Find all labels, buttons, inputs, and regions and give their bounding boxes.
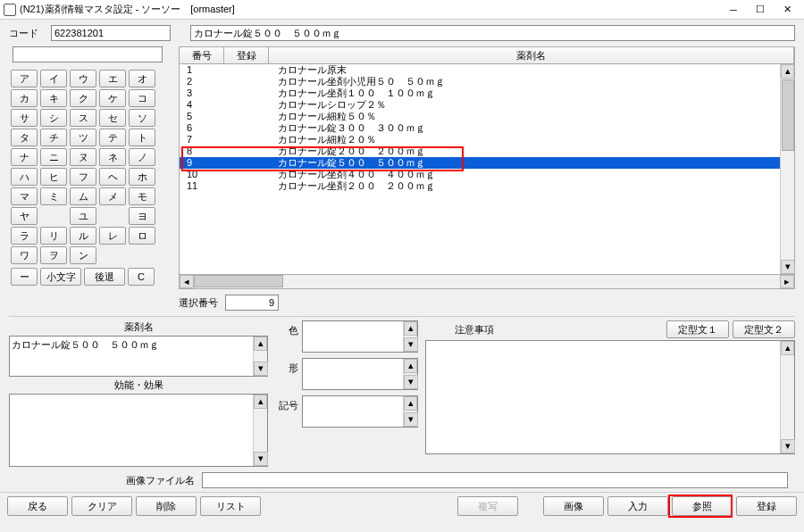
copy-button[interactable]: 複写 — [457, 496, 518, 516]
kana-ワ[interactable]: ワ — [11, 246, 38, 264]
list-row[interactable]: 8カロナール錠２００ ２００ｍｇ — [180, 145, 794, 157]
back-button[interactable]: 戻る — [7, 496, 68, 516]
minimize-button[interactable]: ─ — [720, 1, 747, 19]
drug-name-input[interactable] — [190, 25, 795, 41]
kana-シ[interactable]: シ — [40, 109, 67, 127]
scroll-up-icon[interactable]: ▴ — [254, 337, 267, 351]
kana-ctrl-3[interactable]: C — [128, 268, 155, 286]
kana-レ[interactable]: レ — [99, 227, 126, 245]
kana-ハ[interactable]: ハ — [11, 168, 38, 186]
kana-ユ[interactable]: ユ — [70, 207, 96, 225]
kana-ソ[interactable]: ソ — [129, 109, 155, 127]
list-row[interactable]: 7カロナール細粒２０％ — [180, 134, 794, 145]
kana-ル[interactable]: ル — [70, 227, 96, 245]
scroll-down-icon[interactable]: ▾ — [404, 375, 418, 389]
kana-ム[interactable]: ム — [70, 187, 96, 205]
kana-search-input[interactable] — [13, 46, 163, 62]
scroll-up-icon[interactable]: ▴ — [404, 321, 417, 336]
kana-サ[interactable]: サ — [11, 109, 38, 127]
list-button[interactable]: リスト — [200, 496, 261, 516]
vscroll-thumb[interactable] — [782, 79, 794, 151]
kana-ctrl-0[interactable]: ー — [11, 268, 38, 286]
detail-drugname-input[interactable] — [10, 337, 253, 376]
col-reg[interactable]: 登録 — [224, 47, 269, 63]
input-button[interactable]: 入力 — [607, 496, 668, 516]
scroll-up-icon[interactable]: ▴ — [781, 64, 794, 79]
delete-button[interactable]: 削除 — [136, 496, 197, 516]
kana-ヒ[interactable]: ヒ — [40, 168, 67, 186]
kana-ヌ[interactable]: ヌ — [70, 148, 96, 166]
list-row[interactable]: 4カロナールシロップ２％ — [180, 99, 794, 111]
scroll-up-icon[interactable]: ▴ — [404, 396, 417, 411]
kana-カ[interactable]: カ — [11, 89, 38, 107]
template2-button[interactable]: 定型文２ — [733, 320, 795, 338]
kana-ホ[interactable]: ホ — [129, 168, 155, 186]
code-input[interactable] — [51, 25, 171, 41]
image-button[interactable]: 画像 — [543, 496, 604, 516]
caution-input[interactable] — [426, 341, 780, 453]
kana-モ[interactable]: モ — [129, 187, 155, 205]
register-button[interactable]: 登録 — [736, 496, 797, 516]
list-row[interactable]: 2カロナール坐剤小児用５０ ５０ｍｇ — [180, 76, 794, 87]
kana-ヲ[interactable]: ヲ — [40, 246, 67, 264]
kana-ツ[interactable]: ツ — [70, 129, 96, 146]
kana-メ[interactable]: メ — [99, 187, 126, 205]
list-row[interactable]: 10カロナール坐剤４００ ４００ｍｇ — [180, 169, 794, 180]
kana-ロ[interactable]: ロ — [129, 227, 155, 245]
kana-ト[interactable]: ト — [129, 129, 155, 146]
list-row[interactable]: 11カロナール坐剤２００ ２００ｍｇ — [180, 180, 794, 192]
kana-キ[interactable]: キ — [40, 89, 67, 107]
scroll-down-icon[interactable]: ▾ — [404, 337, 418, 352]
list-row[interactable]: 3カロナール坐剤１００ １００ｍｇ — [180, 87, 794, 99]
close-button[interactable]: ✕ — [774, 1, 800, 19]
shape-input[interactable] — [303, 359, 403, 389]
list-row[interactable]: 9カロナール錠５００ ５００ｍｇ — [180, 157, 794, 169]
kana-オ[interactable]: オ — [129, 70, 155, 87]
kana-テ[interactable]: テ — [99, 129, 126, 146]
template1-button[interactable]: 定型文１ — [666, 320, 729, 338]
list-row[interactable]: 1カロナール原末 — [180, 64, 794, 76]
scroll-down-icon[interactable]: ▾ — [781, 439, 795, 453]
kana-ctrl-2[interactable]: 後退 — [84, 268, 125, 286]
kana-ヤ[interactable]: ヤ — [11, 207, 38, 225]
kana-イ[interactable]: イ — [40, 70, 67, 87]
scroll-right-icon[interactable]: ▸ — [780, 275, 794, 288]
kana-ケ[interactable]: ケ — [99, 89, 126, 107]
scroll-down-icon[interactable]: ▾ — [254, 362, 268, 376]
kana-チ[interactable]: チ — [40, 129, 67, 146]
kana-ク[interactable]: ク — [70, 89, 96, 107]
scroll-down-icon[interactable]: ▾ — [781, 260, 795, 274]
scroll-up-icon[interactable]: ▴ — [781, 341, 794, 355]
col-name[interactable]: 薬剤名 — [269, 47, 794, 63]
kana-セ[interactable]: セ — [99, 109, 126, 127]
kana-ス[interactable]: ス — [70, 109, 96, 127]
kana-タ[interactable]: タ — [11, 129, 38, 146]
list-row[interactable]: 5カロナール細粒５０％ — [180, 111, 794, 122]
kana-ノ[interactable]: ノ — [129, 148, 155, 166]
hscroll[interactable]: ◂ ▸ — [179, 275, 795, 289]
detail-effect-input[interactable] — [10, 395, 253, 466]
kana-エ[interactable]: エ — [99, 70, 126, 87]
scroll-down-icon[interactable]: ▾ — [404, 412, 418, 427]
selno-input[interactable] — [225, 295, 279, 311]
kana-ナ[interactable]: ナ — [11, 148, 38, 166]
kana-ctrl-1[interactable]: 小文字 — [40, 268, 81, 286]
kana-ア[interactable]: ア — [11, 70, 38, 87]
kana-ウ[interactable]: ウ — [70, 70, 96, 87]
scroll-left-icon[interactable]: ◂ — [180, 275, 194, 288]
scroll-up-icon[interactable]: ▴ — [404, 359, 417, 373]
kana-リ[interactable]: リ — [40, 227, 67, 245]
clear-button[interactable]: クリア — [71, 496, 132, 516]
kana-フ[interactable]: フ — [70, 168, 96, 186]
kana-マ[interactable]: マ — [11, 187, 38, 205]
kana-ニ[interactable]: ニ — [40, 148, 67, 166]
list-body[interactable]: 1カロナール原末2カロナール坐剤小児用５０ ５０ｍｇ3カロナール坐剤１００ １０… — [179, 64, 795, 275]
kana-ン[interactable]: ン — [70, 246, 96, 264]
kana-ラ[interactable]: ラ — [11, 227, 38, 245]
list-row[interactable]: 6カロナール錠３００ ３００ｍｇ — [180, 122, 794, 134]
vscroll[interactable]: ▴ ▾ — [780, 64, 794, 274]
browse-button[interactable]: 参照 — [672, 496, 733, 516]
col-num[interactable]: 番号 — [180, 47, 224, 63]
kana-コ[interactable]: コ — [129, 89, 155, 107]
kana-ネ[interactable]: ネ — [99, 148, 126, 166]
